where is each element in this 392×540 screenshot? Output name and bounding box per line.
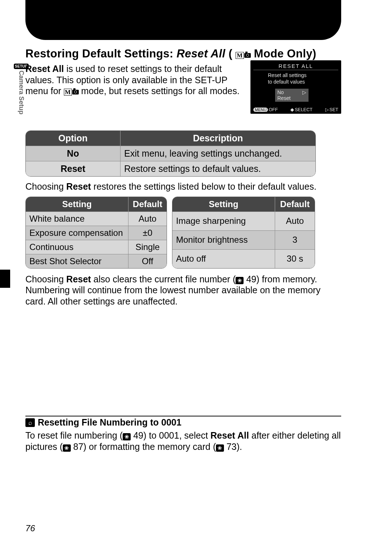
description-header: Description [121,131,315,146]
table-row: Exposure compensation±0 [26,226,167,240]
side-section-text: Camera Setup [17,70,25,114]
table-row: Best Shot SelectorOff [26,254,167,268]
header-black-block [25,0,341,40]
table-row: Image sharpeningAuto [172,211,315,230]
paragraph-after-table2: Choosing Reset also clears the current f… [25,274,341,307]
paragraph-after-table1: Choosing Reset restores the settings lis… [25,181,341,192]
table-row: No Exit menu, leaving settings unchanged… [26,146,315,161]
table-row: White balanceAuto [26,211,167,226]
table-row: ContinuousSingle [26,240,167,254]
callout-title: Resetting File Numbering to 0001 [38,417,181,428]
lcd-footer: MENUOFF ◆SELECT ▷SET [253,107,338,112]
callout-header: ⌕ Resetting File Numbering to 0001 [25,416,341,428]
option-table: Option Description No Exit menu, leaving… [25,130,316,177]
table-row: Monitor brightness3 [172,230,315,249]
page-number: 76 [25,523,35,533]
intro-paragraph: Reset All is used to reset settings to t… [25,63,244,97]
page-ref-icon: ❀ [216,444,224,452]
lcd-desc-1: Reset all settings [268,72,338,79]
page-ref-icon: ❀ [236,277,244,284]
table-row: Auto off30 s [172,249,315,268]
lcd-option-reset: Reset [277,95,306,101]
page-ref-icon: ❀ [123,433,131,440]
m-mode-icon: M [236,52,250,59]
settings-table-left: Setting Default White balanceAuto Exposu… [25,197,167,269]
table-row: Reset Restore settings to default values… [26,161,315,176]
lcd-desc-2: to default values [268,79,338,85]
page-ref-icon: ❀ [63,444,71,452]
m-mode-icon-inline: M [64,89,79,96]
section-title: Restoring Default Settings: Reset All ( … [25,47,341,60]
magnifier-icon: ⌕ [25,418,35,427]
option-header: Option [26,131,121,146]
callout-body: To reset file numbering (❀ 49) to 0001, … [25,430,341,452]
lcd-option-no: No▷ [277,89,306,95]
lcd-preview: RESET ALL Reset all settings to default … [250,60,341,114]
lcd-title: RESET ALL [253,63,338,69]
page-edge-tab [0,270,10,288]
settings-table-right: Setting Default Image sharpeningAuto Mon… [172,197,315,269]
